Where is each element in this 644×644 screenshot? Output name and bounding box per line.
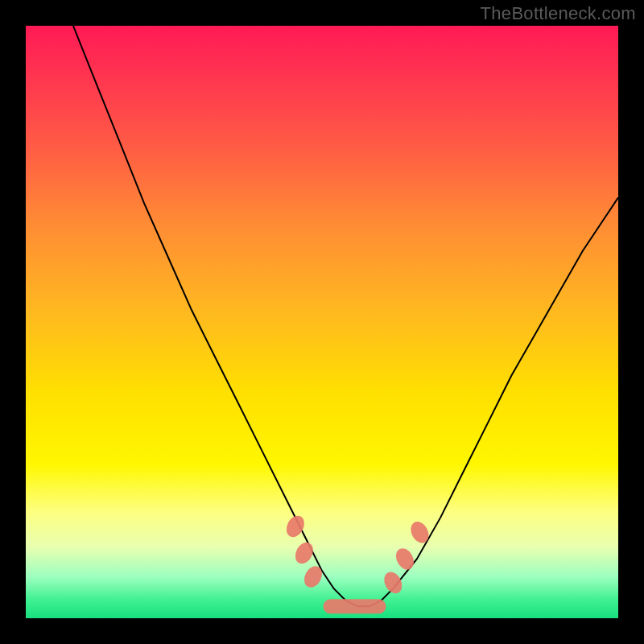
chart-frame: TheBottleneck.com	[0, 0, 644, 644]
bottleneck-curve-svg	[26, 26, 618, 618]
marker-dot-0	[283, 513, 308, 540]
plot-gradient-area	[26, 26, 618, 618]
bottleneck-curve-line	[73, 26, 618, 606]
marker-pill-3	[324, 599, 386, 613]
marker-dot-1	[291, 539, 316, 567]
marker-dot-5	[393, 545, 418, 572]
marker-dot-2	[301, 563, 326, 590]
marker-dot-4	[381, 569, 406, 597]
marker-group	[283, 513, 431, 613]
marker-dot-6	[407, 518, 432, 546]
watermark-text: TheBottleneck.com	[481, 3, 636, 24]
